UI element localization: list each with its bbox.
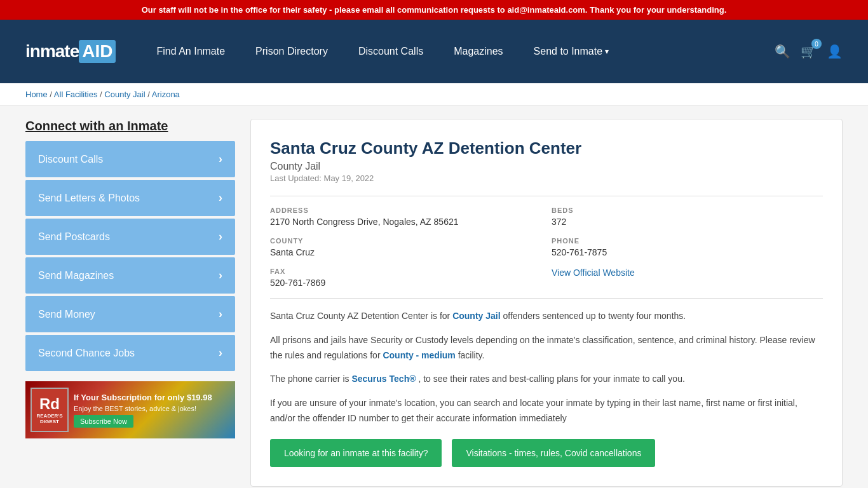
address-item: ADDRESS 2170 North Congress Drive, Nogal… (270, 207, 541, 227)
securus-link[interactable]: Securus Tech® (351, 374, 416, 384)
chevron-right-icon: › (219, 346, 222, 360)
facility-updated: Last Updated: May 19, 2022 (270, 173, 823, 183)
cart-icon[interactable]: 🛒 0 (801, 44, 817, 59)
sidebar-btn-send-magazines[interactable]: Send Magazines › (25, 257, 235, 294)
facility-type: County Jail (270, 161, 823, 172)
description-para-3: The phone carrier is Securus Tech® , to … (270, 372, 823, 387)
description-para-4: If you are unsure of your inmate's locat… (270, 396, 823, 426)
breadcrumb: Home / All Facilities / County Jail / Ar… (0, 83, 868, 106)
nav-icons: 🔍 🛒 0 👤 (775, 44, 843, 59)
chevron-right-icon: › (219, 152, 222, 166)
sidebar-btn-send-money[interactable]: Send Money › (25, 296, 235, 332)
logo-aid: AID (79, 40, 116, 63)
visitations-button[interactable]: Visitations - times, rules, Covid cancel… (452, 439, 655, 467)
chevron-right-icon: › (219, 269, 222, 282)
phone-item: PHONE 520-761-7875 (552, 237, 823, 257)
chevron-right-icon: › (219, 230, 222, 243)
fax-value: 520-761-7869 (270, 278, 541, 288)
sidebar-ad[interactable]: Rd READER'S DIGEST If Your Subscription … (25, 381, 235, 438)
breadcrumb-home[interactable]: Home (25, 90, 48, 99)
main-nav: Find An Inmate Prison Directory Discount… (141, 46, 775, 57)
description-para-1: Santa Cruz County AZ Detention Center is… (270, 309, 823, 324)
nav-magazines[interactable]: Magazines (438, 46, 518, 57)
ad-logo: Rd READER'S DIGEST (31, 388, 69, 432)
logo[interactable]: inmate AID (25, 40, 116, 63)
nav-send-to-inmate[interactable]: Send to Inmate ▾ (519, 46, 625, 57)
facility-info-grid: ADDRESS 2170 North Congress Drive, Nogal… (270, 196, 823, 288)
beds-value: 372 (552, 217, 823, 227)
logo-text: inmate (25, 41, 79, 62)
sidebar-btn-second-chance-jobs[interactable]: Second Chance Jobs › (25, 335, 235, 371)
alert-banner: Our staff will not be in the office for … (0, 0, 868, 20)
ad-text: If Your Subscription for only $19.98 Enj… (74, 393, 212, 428)
address-value: 2170 North Congress Drive, Nogales, AZ 8… (270, 217, 541, 227)
sidebar-title: Connect with an Inmate (25, 119, 235, 133)
user-icon[interactable]: 👤 (827, 44, 843, 59)
sidebar-btn-send-letters[interactable]: Send Letters & Photos › (25, 180, 235, 216)
looking-for-inmate-button[interactable]: Looking for an inmate at this facility? (270, 439, 442, 467)
phone-value: 520-761-7875 (552, 247, 823, 257)
beds-item: BEDS 372 (552, 207, 823, 227)
facility-name: Santa Cruz County AZ Detention Center (270, 139, 823, 158)
chevron-right-icon: › (219, 308, 222, 321)
nav-discount-calls[interactable]: Discount Calls (343, 46, 438, 57)
facility-description: Santa Cruz County AZ Detention Center is… (270, 298, 823, 426)
header: inmate AID Find An Inmate Prison Directo… (0, 20, 868, 83)
fax-item: FAX 520-761-7869 (270, 268, 541, 288)
facility-content: Santa Cruz County AZ Detention Center Co… (250, 119, 843, 487)
official-website-link[interactable]: View Official Website (552, 268, 635, 278)
county-value: Santa Cruz (270, 247, 541, 257)
website-item: View Official Website (552, 268, 823, 288)
sidebar-btn-discount-calls[interactable]: Discount Calls › (25, 141, 235, 177)
county-item: COUNTY Santa Cruz (270, 237, 541, 257)
nav-prison-directory[interactable]: Prison Directory (240, 46, 343, 57)
county-jail-link[interactable]: County Jail (452, 311, 500, 321)
search-icon[interactable]: 🔍 (775, 44, 790, 59)
dropdown-arrow-icon: ▾ (605, 47, 609, 56)
chevron-right-icon: › (219, 191, 222, 205)
main-container: Connect with an Inmate Discount Calls › … (0, 106, 868, 488)
nav-find-inmate[interactable]: Find An Inmate (141, 46, 240, 57)
county-medium-link[interactable]: County - medium (383, 350, 455, 360)
breadcrumb-all-facilities[interactable]: All Facilities (54, 90, 98, 99)
breadcrumb-county-jail[interactable]: County Jail (104, 90, 145, 99)
breadcrumb-arizona[interactable]: Arizona (152, 90, 180, 99)
ad-subscribe-button[interactable]: Subscribe Now (74, 415, 133, 428)
sidebar-btn-send-postcards[interactable]: Send Postcards › (25, 219, 235, 255)
sidebar: Connect with an Inmate Discount Calls › … (25, 119, 235, 487)
cart-badge: 0 (811, 39, 822, 49)
bottom-buttons: Looking for an inmate at this facility? … (270, 439, 823, 467)
description-para-2: All prisons and jails have Security or C… (270, 333, 823, 363)
